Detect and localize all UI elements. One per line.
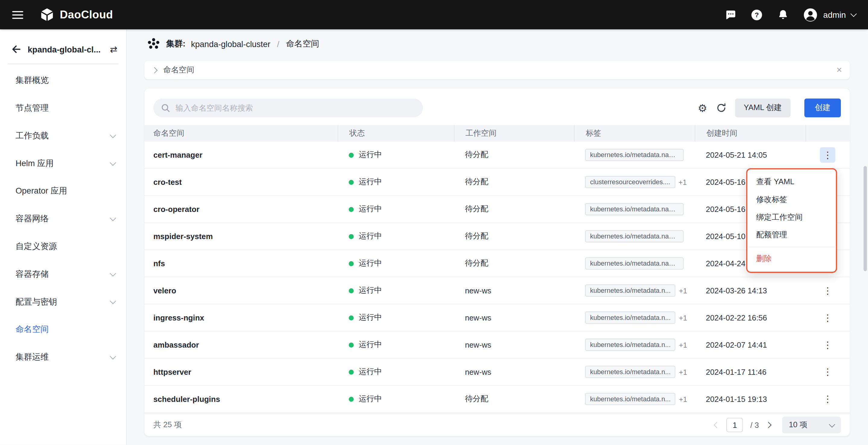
help-icon[interactable]: ? <box>751 8 763 21</box>
status-dot-icon <box>349 369 354 375</box>
created-time: 2024-03-26 14:13 <box>695 277 806 304</box>
hamburger-menu-icon[interactable] <box>12 11 23 19</box>
total-count-label: 共 25 项 <box>153 420 182 430</box>
create-button[interactable]: 创建 <box>804 99 841 117</box>
menu-item-view-yaml[interactable]: 查看 YAML <box>747 173 836 191</box>
svg-text:?: ? <box>754 10 759 19</box>
next-page-icon[interactable] <box>765 422 772 428</box>
search-box <box>153 99 423 117</box>
table-row[interactable]: nfs 运行中 待分配 kubernetes.io/metadata.nam..… <box>145 250 849 277</box>
row-actions-button[interactable]: ⋮ <box>820 364 835 380</box>
menu-item-quota-management[interactable]: 配额管理 <box>747 226 836 244</box>
breadcrumb-current: 命名空间 <box>286 39 319 49</box>
page-total-label: 3 <box>754 421 759 429</box>
row-actions-menu: 查看 YAML 修改标签 绑定工作空间 配额管理 删除 <box>746 168 837 273</box>
workspace-cell: 待分配 <box>454 142 574 168</box>
table-row[interactable]: ingress-nginx 运行中 new-ws kubernetes.io/m… <box>145 305 849 331</box>
sidebar-item-workloads[interactable]: 工作负载 <box>0 122 126 150</box>
status-text: 运行中 <box>359 340 382 350</box>
back-arrow-icon[interactable] <box>11 44 22 55</box>
row-actions-button[interactable]: ⋮ <box>820 310 835 325</box>
label-chip: kubernetes.io/metadata.n... <box>585 284 676 296</box>
sidebar-item-cluster-overview[interactable]: 集群概览 <box>0 66 126 94</box>
row-actions-button[interactable]: ⋮ <box>820 391 835 407</box>
menu-item-edit-labels[interactable]: 修改标签 <box>747 191 836 209</box>
namespace-name[interactable]: ambassador <box>145 331 338 358</box>
row-actions-button[interactable]: ⋮ <box>820 337 835 352</box>
switch-cluster-icon[interactable]: ⇄ <box>110 44 118 55</box>
sidebar-item-container-storage[interactable]: 容器存储 <box>0 260 126 288</box>
namespace-name[interactable]: ingress-nginx <box>145 305 338 331</box>
status-dot-icon <box>349 288 354 293</box>
chevron-right-icon[interactable] <box>151 67 158 73</box>
column-header-namespace: 命名空间 <box>145 125 338 142</box>
scrollbar-thumb[interactable] <box>864 166 867 271</box>
label-chip: kubernetes.io/metadata.nam... <box>585 149 684 161</box>
refresh-icon[interactable] <box>715 102 726 114</box>
menu-item-bind-workspace[interactable]: 绑定工作空间 <box>747 209 836 226</box>
search-icon <box>161 103 170 112</box>
yaml-create-button[interactable]: YAML 创建 <box>735 99 790 117</box>
sidebar-item-node-management[interactable]: 节点管理 <box>0 94 126 122</box>
username-label: admin <box>824 10 846 19</box>
namespace-name[interactable]: cro-operator <box>145 196 338 222</box>
workspace-cell: new-ws <box>454 358 574 385</box>
label-chip: kubernetes.io/metadata.nam... <box>585 203 684 215</box>
status-dot-icon <box>349 261 354 266</box>
table-row[interactable]: mspider-system 运行中 待分配 kubernetes.io/met… <box>145 223 849 250</box>
sidebar-item-custom-resources[interactable]: 自定义资源 <box>0 232 126 260</box>
settings-gear-icon[interactable]: ⚙ <box>698 102 707 113</box>
table-row[interactable]: ambassador 运行中 new-ws kubernetes.io/meta… <box>145 331 849 358</box>
status-dot-icon <box>349 315 354 320</box>
table-row[interactable]: cert-manager 运行中 待分配 kubernetes.io/metad… <box>145 142 849 169</box>
table-row[interactable]: cro-operator 运行中 待分配 kubernetes.io/metad… <box>145 196 849 223</box>
menu-item-delete[interactable]: 删除 <box>747 250 836 268</box>
chevron-down-icon <box>110 270 116 276</box>
status-dot-icon <box>349 180 354 185</box>
label-extra-count: +1 <box>679 314 687 322</box>
namespace-name[interactable]: cro-test <box>145 169 338 195</box>
search-input[interactable] <box>174 103 415 113</box>
avatar <box>803 7 818 22</box>
label-extra-count: +1 <box>679 368 687 376</box>
close-icon[interactable]: × <box>836 65 842 75</box>
row-actions-button[interactable]: ⋮ <box>820 147 835 162</box>
notifications-bell-icon[interactable] <box>777 9 789 21</box>
breadcrumb: 集群: kpanda-global-cluster / 命名空间 <box>127 29 868 52</box>
namespace-name[interactable]: scheduler-plugins <box>145 386 338 412</box>
sidebar-item-container-network[interactable]: 容器网络 <box>0 205 126 232</box>
namespace-name[interactable]: velero <box>145 277 338 304</box>
label-extra-count: +1 <box>679 395 687 403</box>
sidebar-item-config-secrets[interactable]: 配置与密钥 <box>0 288 126 315</box>
row-actions-button[interactable]: ⋮ <box>820 283 835 298</box>
created-time: 2024-01-15 19:13 <box>695 386 806 412</box>
sidebar-item-cluster-operations[interactable]: 集群运维 <box>0 343 126 371</box>
namespace-collapse-bar[interactable]: 命名空间 × <box>145 61 849 79</box>
chevron-down-icon <box>829 421 835 427</box>
status-text: 运行中 <box>359 204 382 214</box>
status-text: 运行中 <box>359 177 382 187</box>
user-menu[interactable]: admin <box>803 7 856 22</box>
divider <box>747 247 836 248</box>
label-chip: kubernetes.io/metadata.n... <box>585 312 676 323</box>
label-chip: kubernetes.io/metadata.n... <box>585 339 676 351</box>
namespace-name[interactable]: mspider-system <box>145 223 338 250</box>
brand-logo[interactable]: DaoCloud <box>40 7 113 22</box>
sidebar-item-helm-apps[interactable]: Helm 应用 <box>0 150 126 177</box>
namespace-name[interactable]: cert-manager <box>145 142 338 168</box>
table-row[interactable]: scheduler-plugins 运行中 待分配 kubernetes.io/… <box>145 386 849 413</box>
namespace-card: ⚙ YAML 创建 创建 命名空间 状态 工作空间 <box>145 89 849 436</box>
table-row[interactable]: httpserver 运行中 new-ws kubernetes.io/meta… <box>145 358 849 386</box>
table-row[interactable]: cro-test 运行中 待分配 clusterresourceoverride… <box>145 169 849 196</box>
messages-icon[interactable] <box>725 9 737 21</box>
table-row[interactable]: velero 运行中 new-ws kubernetes.io/metadata… <box>145 277 849 305</box>
sidebar-item-operator-apps[interactable]: Operator 应用 <box>0 177 126 205</box>
breadcrumb-cluster-link[interactable]: kpanda-global-cluster <box>191 39 270 48</box>
namespace-name[interactable]: httpserver <box>145 358 338 385</box>
page-size-select[interactable]: 10 项 <box>782 417 841 433</box>
previous-page-icon[interactable] <box>714 422 720 428</box>
namespace-name[interactable]: nfs <box>145 250 338 277</box>
sidebar-item-namespaces[interactable]: 命名空间 <box>0 315 126 343</box>
label-extra-count: +1 <box>679 178 687 186</box>
page-number-input[interactable] <box>726 418 743 432</box>
